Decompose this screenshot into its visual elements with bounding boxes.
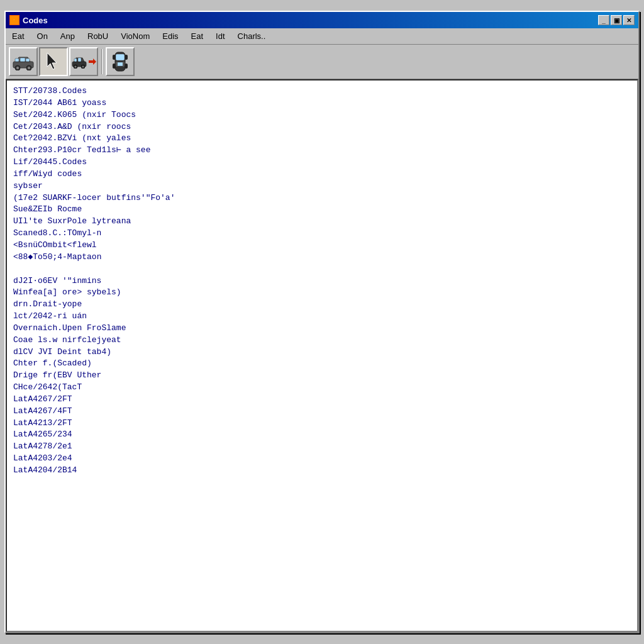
minimize-button[interactable]: _	[598, 15, 609, 25]
text-line: IST/2044 AB61 yoass	[13, 97, 631, 109]
text-line: Cet?2042.BZVi (nxt yales	[13, 133, 631, 145]
text-line: Chter f.(Scaded)	[13, 358, 631, 370]
svg-rect-18	[116, 62, 118, 67]
title-buttons: _ ▣ ✕	[598, 15, 635, 25]
text-line: LatA4267/2FT	[13, 394, 631, 406]
text-line: LatA4267/4FT	[13, 406, 631, 418]
text-line: STT/20738.Codes	[13, 86, 631, 97]
menu-idt[interactable]: Idt	[213, 30, 228, 42]
restore-button[interactable]: ▣	[611, 15, 622, 25]
menu-charls[interactable]: Charls..	[235, 30, 269, 42]
svg-rect-21	[125, 55, 128, 60]
car-arrow-car-icon	[71, 55, 87, 69]
car-arrow-button[interactable]	[69, 47, 98, 76]
title-bar: 🔸 Codes _ ▣ ✕	[6, 12, 638, 28]
car1-icon	[11, 53, 35, 70]
text-line: sybser	[13, 180, 631, 192]
text-line: LatA4265/234	[13, 429, 631, 441]
svg-point-7	[28, 67, 30, 69]
svg-rect-3	[26, 58, 30, 62]
window-icon: 🔸	[9, 15, 19, 25]
text-line: Overnaich.Upen FroSlame	[13, 323, 631, 335]
text-line: <88◆To50;4-Maptaon	[13, 252, 631, 264]
menu-bar: Eat On Anp RobU VioNom Edis Eat Idt Char…	[6, 28, 638, 45]
text-line: dJ2I·o6EV '"inmins	[13, 275, 631, 287]
menu-eat2[interactable]: Eat	[188, 30, 207, 42]
svg-rect-16	[116, 54, 125, 60]
toolbar	[6, 45, 638, 79]
content-area: STT/20738.CodesIST/2044 AB61 yoassSet/20…	[6, 79, 638, 632]
text-line: <BsnüCOmbit<flewl	[13, 240, 631, 252]
svg-rect-22	[113, 64, 116, 69]
window-title: Codes	[23, 16, 48, 25]
svg-point-12	[74, 66, 76, 68]
text-line: Coae ls.w nirfclejyeat	[13, 335, 631, 347]
toolbar-separator	[101, 49, 103, 74]
svg-rect-2	[20, 58, 25, 62]
menu-robu[interactable]: RobU	[84, 30, 111, 42]
svg-rect-10	[78, 58, 81, 62]
text-line: Lif/20445.Codes	[13, 157, 631, 169]
svg-rect-9	[74, 58, 77, 62]
car-top-button[interactable]	[106, 47, 135, 76]
text-line: Set/2042.K065 (nxir Toocs	[13, 109, 631, 121]
main-window: 🔸 Codes _ ▣ ✕ Eat On Anp RobU VioNom Edi…	[4, 11, 640, 633]
text-line: Sue&ZEIb Rocme	[13, 204, 631, 216]
svg-rect-20	[113, 55, 116, 60]
text-content[interactable]: STT/20738.CodesIST/2044 AB61 yoassSet/20…	[6, 79, 638, 632]
text-line: iff/Wiyd codes	[13, 169, 631, 180]
close-button[interactable]: ✕	[623, 15, 635, 25]
text-line: LatA4213/2FT	[13, 418, 631, 430]
svg-rect-1	[15, 58, 19, 62]
text-line: Drige fr(EBV Uther	[13, 370, 631, 382]
cursor-icon	[45, 52, 62, 72]
text-line: Cet/2043.A&D (nxir roocs	[13, 121, 631, 133]
svg-point-5	[16, 67, 19, 69]
svg-rect-23	[125, 64, 128, 69]
text-line: drn.Drait-yope	[13, 299, 631, 311]
car-top-icon	[110, 50, 130, 74]
text-line: LatA4278/2e1	[13, 441, 631, 453]
svg-point-14	[82, 66, 84, 68]
text-line: Winfea[a] ore> sybels)	[13, 287, 631, 299]
text-line: CHce/2642(TacT	[13, 382, 631, 394]
text-line: LatA4204/2B14	[13, 465, 631, 477]
text-line: Scaned8.C.:TOmyl-n	[13, 228, 631, 240]
text-line: dlCV JVI Deint tab4)	[13, 347, 631, 358]
menu-on[interactable]: On	[34, 30, 51, 42]
car1-button[interactable]	[9, 47, 38, 76]
menu-edis[interactable]: Edis	[159, 30, 181, 42]
text-line: LatA4203/2e4	[13, 453, 631, 465]
arrow-right-icon	[88, 57, 97, 66]
svg-rect-19	[123, 62, 125, 67]
cursor-button[interactable]	[39, 47, 68, 76]
menu-violnom[interactable]: VioNom	[118, 30, 153, 42]
text-line: UIl'te SuxrPole lytreana	[13, 216, 631, 228]
text-line: (17e2 SUARKF-locer butfins'"Fo'a'	[13, 192, 631, 204]
text-line	[13, 264, 631, 275]
title-bar-left: 🔸 Codes	[9, 15, 48, 25]
text-line: lct/2042-ri uán	[13, 311, 631, 323]
text-line: Chter293.P10cr Ted1ls⊢ a see	[13, 145, 631, 157]
menu-anp[interactable]: Anp	[57, 30, 78, 42]
menu-eat1[interactable]: Eat	[9, 30, 28, 42]
